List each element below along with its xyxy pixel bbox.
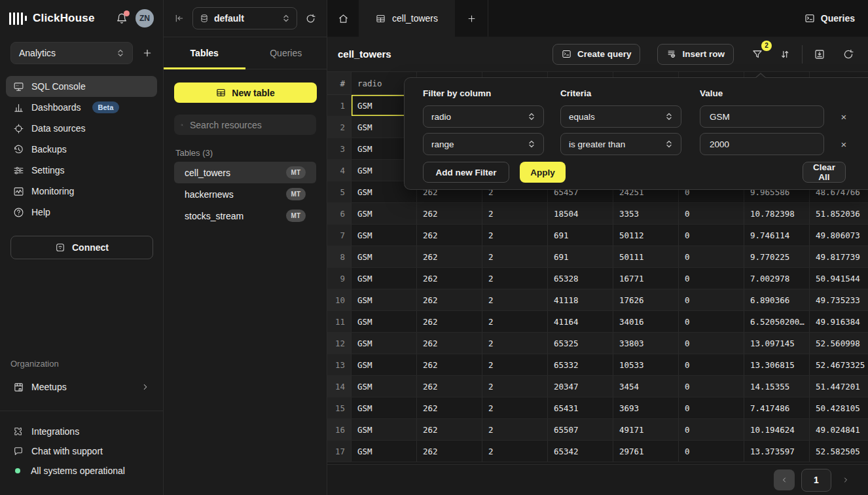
- database-select[interactable]: default: [192, 7, 297, 29]
- table-cell[interactable]: 262: [417, 203, 482, 224]
- remove-filter-button-1[interactable]: ×: [837, 109, 851, 124]
- table-cell[interactable]: 49.817739: [810, 246, 868, 267]
- table-cell[interactable]: 0: [679, 203, 744, 224]
- table-cell[interactable]: 65325: [548, 333, 613, 354]
- table-cell[interactable]: 10.782398: [744, 203, 810, 224]
- table-cell[interactable]: 10.194624: [744, 419, 810, 440]
- table-cell[interactable]: GSM: [352, 397, 417, 418]
- table-cell[interactable]: 13.373597: [744, 441, 810, 462]
- table-cell[interactable]: 2: [482, 289, 548, 310]
- table-cell[interactable]: 262: [417, 225, 482, 246]
- table-list-item-stocks-stream[interactable]: stocks_stream MT: [174, 205, 316, 227]
- table-cell[interactable]: GSM: [352, 246, 417, 267]
- filter-criteria-select-1[interactable]: equals: [560, 105, 681, 128]
- next-page-button[interactable]: [838, 469, 856, 490]
- table-cell[interactable]: 262: [417, 397, 482, 418]
- table-cell[interactable]: 2: [482, 333, 548, 354]
- table-cell[interactable]: 0: [679, 419, 744, 440]
- table-cell[interactable]: GSM: [352, 333, 417, 354]
- table-cell[interactable]: 0: [679, 311, 744, 332]
- table-cell[interactable]: 0: [679, 354, 744, 375]
- table-cell[interactable]: GSM: [352, 203, 417, 224]
- table-cell[interactable]: GSM: [352, 268, 417, 289]
- table-cell[interactable]: 52.582505: [810, 441, 868, 462]
- integrations-link[interactable]: Integrations: [13, 422, 150, 441]
- table-cell[interactable]: 34016: [613, 311, 679, 332]
- table-cell[interactable]: 50112: [613, 225, 679, 246]
- table-cell[interactable]: 65332: [548, 354, 613, 375]
- table-cell[interactable]: 0: [679, 246, 744, 267]
- table-cell[interactable]: 2: [482, 225, 548, 246]
- table-cell[interactable]: 691: [548, 246, 613, 267]
- table-cell[interactable]: GSM: [352, 354, 417, 375]
- new-tab-button[interactable]: [455, 14, 488, 24]
- table-cell[interactable]: 2: [482, 311, 548, 332]
- table-cell[interactable]: 13.097145: [744, 333, 810, 354]
- filter-button[interactable]: 2: [748, 45, 767, 64]
- table-cell[interactable]: 0: [679, 289, 744, 310]
- table-cell[interactable]: 262: [417, 246, 482, 267]
- table-cell[interactable]: 9.770225: [744, 246, 810, 267]
- open-tab-cell-towers[interactable]: cell_towers: [359, 0, 455, 37]
- remove-filter-button-2[interactable]: ×: [837, 137, 851, 151]
- connect-button[interactable]: Connect: [10, 236, 153, 259]
- table-cell[interactable]: 49.735233: [810, 289, 868, 310]
- sidebar-item-backups[interactable]: Backups: [6, 139, 157, 160]
- filter-column-select-1[interactable]: radio: [423, 105, 544, 128]
- table-cell[interactable]: 691: [548, 225, 613, 246]
- apply-filters-button[interactable]: Apply: [520, 162, 566, 183]
- chat-support-link[interactable]: Chat with support: [13, 441, 150, 461]
- tab-tables[interactable]: Tables: [164, 37, 245, 69]
- table-cell[interactable]: 41164: [548, 311, 613, 332]
- clear-all-filters-button[interactable]: Clear All: [803, 162, 846, 183]
- table-cell[interactable]: 2: [482, 376, 548, 397]
- table-cell[interactable]: 262: [417, 376, 482, 397]
- table-cell[interactable]: 262: [417, 268, 482, 289]
- table-cell[interactable]: GSM: [352, 376, 417, 397]
- table-cell[interactable]: 3353: [613, 203, 679, 224]
- table-cell[interactable]: 6.52050200…: [744, 311, 810, 332]
- previous-page-button[interactable]: [774, 469, 795, 490]
- download-button[interactable]: [810, 45, 829, 64]
- table-cell[interactable]: 2: [482, 268, 548, 289]
- refresh-data-button[interactable]: [839, 45, 858, 64]
- table-cell[interactable]: 3454: [613, 376, 679, 397]
- table-cell[interactable]: 50111: [613, 246, 679, 267]
- refresh-tables-button[interactable]: [305, 13, 316, 24]
- table-cell[interactable]: 6.890366: [744, 289, 810, 310]
- table-cell[interactable]: 18504: [548, 203, 613, 224]
- table-cell[interactable]: 49.806073: [810, 225, 868, 246]
- table-cell[interactable]: 49171: [613, 419, 679, 440]
- table-cell[interactable]: 0: [679, 441, 744, 462]
- table-cell[interactable]: 65328: [548, 268, 613, 289]
- table-cell[interactable]: 262: [417, 333, 482, 354]
- table-cell[interactable]: 65507: [548, 419, 613, 440]
- table-cell[interactable]: 50.428105: [810, 397, 868, 418]
- table-cell[interactable]: 3693: [613, 397, 679, 418]
- sidebar-item-help[interactable]: Help: [6, 202, 157, 223]
- table-list-item-cell-towers[interactable]: cell_towers MT: [174, 162, 316, 183]
- table-cell[interactable]: 0: [679, 397, 744, 418]
- table-cell[interactable]: 65431: [548, 397, 613, 418]
- sidebar-item-meetups[interactable]: Meetups: [6, 375, 157, 399]
- insert-row-button[interactable]: Insert row: [657, 44, 734, 65]
- filter-column-select-2[interactable]: range: [423, 133, 544, 155]
- table-cell[interactable]: 2: [482, 419, 548, 440]
- table-cell[interactable]: 51.447201: [810, 376, 868, 397]
- table-cell[interactable]: 262: [417, 289, 482, 310]
- table-cell[interactable]: 51.852036: [810, 203, 868, 224]
- table-cell[interactable]: 33803: [613, 333, 679, 354]
- table-cell[interactable]: GSM: [352, 419, 417, 440]
- table-cell[interactable]: 262: [417, 311, 482, 332]
- table-cell[interactable]: GSM: [352, 225, 417, 246]
- table-cell[interactable]: 0: [679, 225, 744, 246]
- table-cell[interactable]: 49.024841: [810, 419, 868, 440]
- table-cell[interactable]: 41118: [548, 289, 613, 310]
- table-cell[interactable]: 52.560998: [810, 333, 868, 354]
- table-cell[interactable]: 16771: [613, 268, 679, 289]
- table-cell[interactable]: 50.941544: [810, 268, 868, 289]
- table-cell[interactable]: 0: [679, 333, 744, 354]
- table-cell[interactable]: 10533: [613, 354, 679, 375]
- table-cell[interactable]: 2: [482, 397, 548, 418]
- table-cell[interactable]: 262: [417, 441, 482, 462]
